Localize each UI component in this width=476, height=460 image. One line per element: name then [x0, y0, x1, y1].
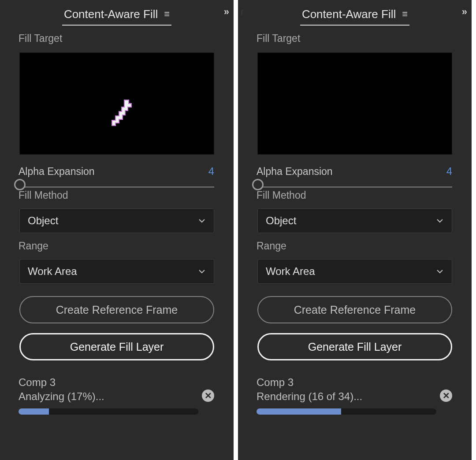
create-reference-frame-button[interactable]: Create Reference Frame: [19, 296, 214, 323]
progress-bar: [257, 408, 436, 415]
fill-method-label: Fill Method: [238, 188, 472, 205]
chevron-down-icon: [198, 267, 206, 275]
progress-fill: [257, 408, 341, 415]
fill-target-label: Fill Target: [0, 27, 234, 48]
fill-target-preview: [257, 52, 452, 155]
fill-method-select[interactable]: Object: [257, 208, 452, 233]
alpha-expansion-slider[interactable]: [0, 178, 234, 188]
content-aware-fill-panel: Content-Aware Fill ≡ » Fill Target Alpha…: [0, 0, 234, 460]
slider-track: [257, 186, 452, 188]
status-text: Analyzing (17%)...: [19, 390, 214, 404]
cancel-icon[interactable]: ✕: [202, 390, 214, 402]
fill-method-label: Fill Method: [0, 188, 234, 205]
generate-fill-layer-label: Generate Fill Layer: [308, 341, 402, 353]
range-label: Range: [0, 239, 234, 256]
status-block: Comp 3 Analyzing (17%)... ✕: [0, 360, 234, 415]
fill-method-value: Object: [266, 215, 296, 227]
alpha-expansion-value[interactable]: 4: [446, 165, 452, 178]
chevron-down-icon: [436, 267, 444, 275]
fill-target-label: Fill Target: [238, 27, 472, 48]
panel-header: r Content-Aware Fill ≡ »: [238, 0, 472, 27]
create-reference-frame-label: Create Reference Frame: [56, 304, 178, 316]
create-reference-frame-button[interactable]: Create Reference Frame: [257, 296, 452, 323]
comp-name: Comp 3: [257, 375, 452, 390]
alpha-expansion-row: Alpha Expansion 4: [238, 163, 472, 178]
fill-target-preview: [19, 52, 214, 155]
range-select[interactable]: Work Area: [19, 259, 214, 284]
alpha-expansion-label: Alpha Expansion: [257, 166, 333, 178]
status-text: Rendering (16 of 34)...: [257, 390, 452, 404]
progress-fill: [19, 408, 49, 415]
panel-header: Content-Aware Fill ≡ »: [0, 0, 234, 27]
slider-track: [19, 186, 214, 188]
collapse-icon[interactable]: »: [462, 6, 465, 18]
comp-name: Comp 3: [19, 375, 214, 390]
slider-thumb[interactable]: [14, 179, 26, 190]
panel-title: Content-Aware Fill: [64, 7, 158, 21]
chevron-down-icon: [436, 217, 444, 225]
truncated-char: r: [241, 6, 244, 18]
range-value: Work Area: [266, 265, 315, 278]
range-select[interactable]: Work Area: [257, 259, 452, 284]
fill-method-value: Object: [28, 215, 58, 227]
collapse-icon[interactable]: »: [224, 6, 227, 18]
panel-menu-icon[interactable]: ≡: [164, 9, 170, 19]
alpha-expansion-row: Alpha Expansion 4: [0, 163, 234, 178]
panel-tab[interactable]: Content-Aware Fill ≡: [62, 5, 171, 26]
create-reference-frame-label: Create Reference Frame: [294, 304, 416, 316]
status-block: Comp 3 Rendering (16 of 34)... ✕: [238, 360, 472, 415]
alpha-expansion-label: Alpha Expansion: [19, 166, 95, 178]
panel-tab[interactable]: Content-Aware Fill ≡: [300, 5, 409, 26]
content-aware-fill-panel: r Content-Aware Fill ≡ » Fill Target Alp…: [238, 0, 472, 460]
fill-method-select[interactable]: Object: [19, 208, 214, 233]
chevron-down-icon: [198, 217, 206, 225]
range-label: Range: [238, 239, 472, 256]
alpha-expansion-slider[interactable]: [238, 178, 472, 188]
progress-bar: [19, 408, 198, 415]
range-value: Work Area: [28, 265, 77, 278]
generate-fill-layer-button[interactable]: Generate Fill Layer: [19, 333, 214, 360]
panel-title: Content-Aware Fill: [302, 7, 396, 21]
generate-fill-layer-button[interactable]: Generate Fill Layer: [257, 333, 452, 360]
generate-fill-layer-label: Generate Fill Layer: [70, 341, 164, 353]
panel-menu-icon[interactable]: ≡: [402, 9, 408, 19]
cancel-icon[interactable]: ✕: [440, 390, 452, 402]
mask-shape-icon: [109, 97, 136, 128]
alpha-expansion-value[interactable]: 4: [208, 165, 214, 178]
slider-thumb[interactable]: [252, 179, 264, 190]
